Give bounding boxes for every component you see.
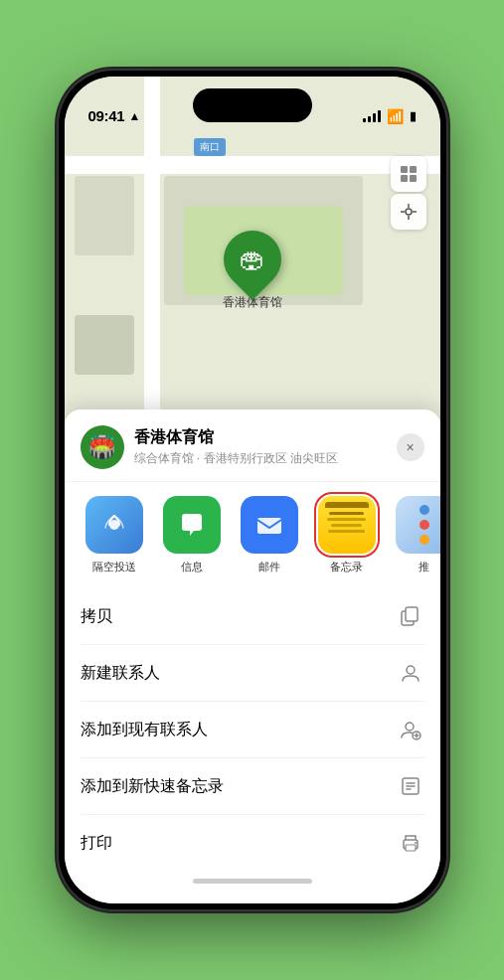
more-label: 推 bbox=[419, 560, 429, 574]
svg-point-13 bbox=[407, 666, 415, 674]
venue-emoji: 🏟️ bbox=[88, 434, 115, 460]
copy-label: 拷贝 bbox=[81, 606, 112, 627]
location-pin: 🏟 香港体育馆 bbox=[223, 231, 282, 311]
battery-icon: ▮ bbox=[410, 109, 417, 123]
notes-icon bbox=[318, 496, 376, 554]
svg-rect-0 bbox=[401, 166, 408, 173]
share-item-notes[interactable]: 备忘录 bbox=[313, 496, 381, 574]
signal-bars bbox=[363, 110, 381, 122]
copy-icon bbox=[397, 602, 424, 630]
dynamic-island bbox=[193, 88, 312, 122]
share-row: 隔空投送 信息 bbox=[65, 482, 440, 588]
more-dots-icon bbox=[420, 505, 429, 545]
location-button[interactable] bbox=[391, 194, 426, 230]
signal-bar-2 bbox=[368, 116, 371, 122]
svg-rect-10 bbox=[257, 518, 281, 534]
venue-description: 综合体育馆 · 香港特别行政区 油尖旺区 bbox=[134, 450, 397, 467]
phone-frame: 09:41 ▲ 📶 ▮ 南口 bbox=[59, 71, 446, 909]
share-item-mail[interactable]: 邮件 bbox=[236, 496, 303, 574]
mail-icon bbox=[241, 496, 298, 554]
add-existing-icon bbox=[397, 716, 424, 743]
mail-label: 邮件 bbox=[258, 560, 280, 574]
svg-rect-23 bbox=[406, 845, 416, 851]
map-type-button[interactable] bbox=[391, 156, 426, 192]
status-time: 09:41 bbox=[88, 107, 125, 124]
messages-icon bbox=[163, 496, 221, 554]
print-label: 打印 bbox=[81, 833, 112, 854]
action-list: 拷贝 新建联系人 bbox=[65, 588, 440, 871]
map-entrance-label: 南口 bbox=[194, 138, 226, 156]
home-indicator bbox=[193, 879, 312, 884]
action-print[interactable]: 打印 bbox=[81, 815, 424, 871]
sheet-header: 🏟️ 香港体育馆 综合体育馆 · 香港特别行政区 油尖旺区 × bbox=[65, 409, 440, 482]
new-contact-icon bbox=[397, 659, 424, 687]
location-icon: ▲ bbox=[128, 109, 140, 123]
venue-pin-icon: 🏟 bbox=[240, 245, 265, 275]
close-button[interactable]: × bbox=[397, 433, 424, 461]
share-item-airdrop[interactable]: 隔空投送 bbox=[81, 496, 148, 574]
svg-rect-1 bbox=[410, 166, 417, 173]
svg-point-24 bbox=[415, 842, 417, 844]
action-new-contact[interactable]: 新建联系人 bbox=[81, 645, 424, 702]
add-existing-label: 添加到现有联系人 bbox=[81, 720, 208, 740]
map-road-h bbox=[65, 156, 440, 174]
pin-icon: 🏟 bbox=[211, 219, 292, 300]
svg-point-4 bbox=[406, 209, 412, 215]
signal-bar-4 bbox=[378, 110, 381, 122]
venue-info: 香港体育馆 综合体育馆 · 香港特别行政区 油尖旺区 bbox=[134, 427, 397, 467]
svg-rect-2 bbox=[401, 175, 408, 182]
map-block-left bbox=[75, 176, 134, 255]
new-contact-label: 新建联系人 bbox=[81, 663, 160, 684]
home-indicator-area bbox=[65, 871, 440, 884]
map-controls bbox=[391, 156, 426, 230]
more-icon bbox=[396, 496, 440, 554]
print-icon bbox=[397, 829, 424, 857]
status-icons: 📶 ▮ bbox=[363, 108, 417, 124]
airdrop-icon bbox=[85, 496, 143, 554]
venue-name: 香港体育馆 bbox=[134, 427, 397, 448]
svg-rect-3 bbox=[410, 175, 417, 182]
svg-point-14 bbox=[406, 723, 414, 731]
wifi-icon: 📶 bbox=[387, 108, 404, 124]
add-note-label: 添加到新快速备忘录 bbox=[81, 776, 224, 797]
messages-label: 信息 bbox=[181, 560, 203, 574]
share-item-messages[interactable]: 信息 bbox=[158, 496, 226, 574]
close-icon: × bbox=[406, 439, 414, 455]
notes-label: 备忘录 bbox=[330, 560, 363, 574]
action-copy[interactable]: 拷贝 bbox=[81, 588, 424, 645]
bottom-sheet: 🏟️ 香港体育馆 综合体育馆 · 香港特别行政区 油尖旺区 × bbox=[65, 409, 440, 903]
phone-screen: 09:41 ▲ 📶 ▮ 南口 bbox=[65, 77, 440, 903]
svg-rect-12 bbox=[406, 607, 418, 621]
signal-bar-3 bbox=[373, 113, 376, 122]
share-item-more[interactable]: 推 bbox=[391, 496, 440, 574]
action-add-note[interactable]: 添加到新快速备忘录 bbox=[81, 758, 424, 815]
map-block-bottom bbox=[75, 315, 134, 375]
add-note-icon bbox=[397, 772, 424, 800]
signal-bar-1 bbox=[363, 118, 366, 122]
venue-icon: 🏟️ bbox=[81, 425, 124, 469]
airdrop-label: 隔空投送 bbox=[92, 560, 136, 574]
action-add-existing[interactable]: 添加到现有联系人 bbox=[81, 702, 424, 758]
